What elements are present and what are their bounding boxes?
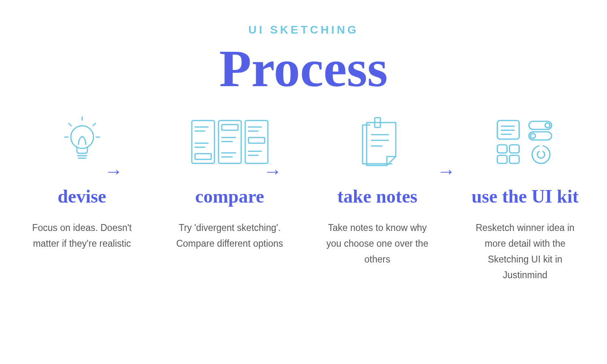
- process-steps-row: devise Focus on ideas. Doesn't matter if…: [0, 97, 607, 283]
- svg-line-7: [93, 123, 96, 126]
- svg-line-6: [69, 123, 71, 126]
- step-title: devise: [21, 186, 143, 207]
- svg-rect-35: [509, 145, 519, 153]
- step-description: Focus on ideas. Doesn't matter if they'r…: [21, 220, 143, 252]
- step-take-notes: take notes Take notes to know why you ch…: [317, 114, 438, 267]
- step-title: take notes: [317, 186, 438, 207]
- step-use-ui-kit: use the UI kit Resketch winner idea in m…: [465, 114, 586, 283]
- svg-rect-23: [248, 138, 265, 143]
- svg-rect-15: [222, 125, 238, 130]
- arrow-icon: →: [104, 160, 123, 182]
- step-description: Take notes to know why you choose one ov…: [317, 220, 438, 267]
- note-icon: [317, 114, 438, 170]
- uikit-icon: [465, 114, 586, 170]
- svg-rect-37: [509, 155, 519, 163]
- svg-rect-34: [497, 145, 507, 153]
- svg-point-0: [71, 126, 93, 148]
- step-title: use the UI kit: [465, 186, 586, 207]
- svg-rect-36: [497, 155, 507, 163]
- svg-rect-13: [195, 154, 211, 159]
- step-devise: devise Focus on ideas. Doesn't matter if…: [21, 114, 143, 252]
- header-eyebrow: UI SKETCHING: [0, 23, 607, 36]
- svg-point-39: [545, 123, 550, 128]
- diagram-header: UI SKETCHING Process: [0, 0, 607, 97]
- lightbulb-icon: [21, 114, 143, 170]
- svg-point-41: [531, 133, 535, 138]
- step-description: Resketch winner idea in more detail with…: [465, 220, 586, 283]
- step-compare: compare Try 'divergent sketching'. Compa…: [169, 114, 291, 252]
- step-description: Try 'divergent sketching'. Compare diffe…: [169, 220, 291, 252]
- arrow-icon: →: [437, 160, 456, 182]
- step-title: compare: [169, 186, 291, 207]
- arrow-icon: →: [263, 160, 282, 182]
- header-title: Process: [0, 40, 607, 97]
